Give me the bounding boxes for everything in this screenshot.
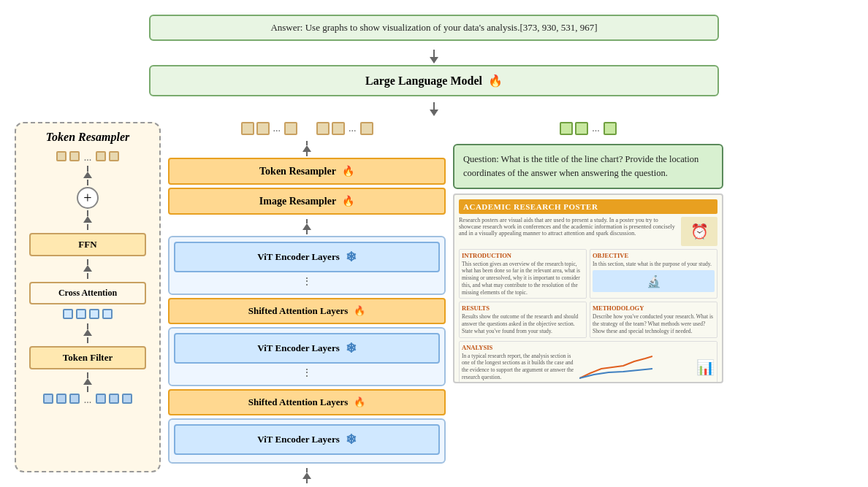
obj-title: OBJECTIVE xyxy=(593,252,715,259)
analysis-title: ANALYSIS xyxy=(462,344,715,351)
dots1: ... xyxy=(83,151,94,164)
sq4 xyxy=(109,151,119,161)
shifted-label-1: Shifted Attention Layers xyxy=(248,305,349,317)
encoder-right-row: ... ... Token R xyxy=(168,122,853,487)
rts2 xyxy=(575,122,588,135)
tr-output-squares: ... xyxy=(23,151,152,164)
shifted-fire-1: 🔥 xyxy=(354,305,365,317)
dots-in: ... xyxy=(83,394,94,407)
top-answer-section: Answer: Use graphs to show visualization… xyxy=(15,15,853,118)
shifted-label-2: Shifted Attention Layers xyxy=(248,396,349,408)
vit-encoder-layer-2: ViT Encoder Layers ❄ xyxy=(174,333,440,364)
vit-label-1: ViT Encoder Layers xyxy=(257,251,339,263)
enc-image-resampler: Image Resampler 🔥 xyxy=(168,188,446,215)
chart-svg xyxy=(579,353,652,380)
shifted-attention-layer-1: Shifted Attention Layers 🔥 xyxy=(168,298,446,324)
snowflake-3: ❄ xyxy=(346,432,357,448)
obj-body: In this section, state what is the purpo… xyxy=(593,261,715,268)
sq3 xyxy=(96,151,106,161)
llm-fire-icon: 🔥 xyxy=(488,74,503,87)
vdots2: ⋮ xyxy=(174,367,440,379)
vit-encoder-group-3: ViT Encoder Layers ❄ xyxy=(168,418,446,464)
poster-analysis: ANALYSIS In a typical research report, t… xyxy=(459,341,717,383)
answer-to-llm-arrow xyxy=(430,50,438,64)
cross-attention-squares xyxy=(23,309,152,319)
sq1 xyxy=(56,151,66,161)
poster-top-row: Research posters are visual aids that ar… xyxy=(459,217,717,246)
analysis-body: In a typical research report, the analys… xyxy=(462,353,576,382)
ts4 xyxy=(316,122,330,135)
main-container: Answer: Use graphs to show visualization… xyxy=(15,15,853,487)
poster-results: RESULTS Results show the outcome of the … xyxy=(459,302,587,337)
enc-image-resampler-label: Image Resampler xyxy=(259,196,336,207)
enc-arrow3 xyxy=(302,468,311,483)
methodology-icon: 🔬 xyxy=(593,270,715,292)
tr-input-squares: ... xyxy=(23,394,152,407)
in-sq1 xyxy=(43,394,53,404)
ca-sq4 xyxy=(102,309,113,319)
vit-encoder-layer-1: ViT Encoder Layers ❄ xyxy=(174,242,440,272)
right-token-strip: ... xyxy=(453,122,723,135)
answer-box: Answer: Use graphs to show visualization… xyxy=(149,15,719,41)
snowflake-1: ❄ xyxy=(346,249,357,265)
right-column: ... Question: What is the title of the l… xyxy=(453,122,723,383)
intro-title: INTRODUCTION xyxy=(462,252,584,259)
poster-methodology: METHODOLOGY Describe how you've conducte… xyxy=(590,302,717,337)
in-sq3 xyxy=(69,394,80,404)
enc-image-resampler-fire: 🔥 xyxy=(342,195,354,207)
cross-attention-box: Cross Attention xyxy=(29,282,146,304)
ts-dots2: ... xyxy=(347,122,358,135)
ca-sq3 xyxy=(89,309,99,319)
rts3 xyxy=(604,122,617,135)
ts6 xyxy=(360,122,373,135)
poster-box: ACADEMIC RESEARCH POSTER Research poster… xyxy=(453,193,723,383)
in-sq4 xyxy=(96,394,106,404)
rts-dots: ... xyxy=(590,122,601,135)
meth-body: Describe how you've conducted your resea… xyxy=(593,313,715,334)
poster-intro-snippet: Research posters are visual aids that ar… xyxy=(459,217,678,246)
vit-encoder-layer-3: ViT Encoder Layers ❄ xyxy=(174,424,440,455)
analysis-chart xyxy=(579,353,694,382)
sq2 xyxy=(69,151,80,161)
poster-title: ACADEMIC RESEARCH POSTER xyxy=(459,199,717,214)
llm-label: Large Language Model xyxy=(365,74,482,87)
rts1 xyxy=(560,122,573,135)
diagram-main: Token Resampler ... + xyxy=(15,122,853,487)
poster-introduction: INTRODUCTION This section gives an overv… xyxy=(459,249,587,299)
token-resampler-detail-box: Token Resampler ... + xyxy=(15,122,161,472)
vit-encoder-group-2: ViT Encoder Layers ❄ ⋮ xyxy=(168,327,446,386)
shifted-attention-layer-2: Shifted Attention Layers 🔥 xyxy=(168,389,446,415)
llm-box: Large Language Model 🔥 xyxy=(149,65,719,96)
question-text: Question: What is the title of the line … xyxy=(463,154,698,178)
shifted-fire-2: 🔥 xyxy=(354,396,365,408)
question-box: Question: What is the title of the line … xyxy=(453,144,723,189)
vit-label-2: ViT Encoder Layers xyxy=(257,342,339,354)
enc-arrow2 xyxy=(302,219,311,234)
tr-arrow2 xyxy=(23,210,152,230)
ts3 xyxy=(284,122,297,135)
ts5 xyxy=(332,122,345,135)
meth-title: METHODOLOGY xyxy=(593,304,715,312)
in-sq6 xyxy=(122,394,132,404)
vit-encoder-group-1: ViT Encoder Layers ❄ ⋮ xyxy=(168,236,446,295)
ts-dots: ... xyxy=(272,122,283,135)
ca-sq1 xyxy=(63,309,73,319)
ts2 xyxy=(256,122,270,135)
token-filter-box: Token Filter xyxy=(29,346,146,369)
intro-body: This section gives an overview of the re… xyxy=(462,261,584,296)
top-token-strip: ... ... xyxy=(168,122,446,135)
poster-objective: OBJECTIVE In this section, state what is… xyxy=(590,249,717,299)
in-sq5 xyxy=(109,394,119,404)
right-section: ... ... Token R xyxy=(168,122,853,487)
llm-to-diagram-arrow xyxy=(430,102,438,116)
ca-sq2 xyxy=(76,309,86,319)
token-resampler-title: Token Resampler xyxy=(23,131,152,144)
tr-arrow4 xyxy=(23,323,152,343)
res-title: RESULTS xyxy=(462,304,584,312)
tr-arrow5 xyxy=(23,372,152,392)
tr-arrow1 xyxy=(23,166,152,185)
ffn-box: FFN xyxy=(29,233,146,256)
enc-token-resampler: Token Resampler 🔥 xyxy=(168,158,446,185)
res-body: Results show the outcome of the research… xyxy=(462,313,584,334)
encoder-stack: ... ... Token R xyxy=(168,122,446,487)
